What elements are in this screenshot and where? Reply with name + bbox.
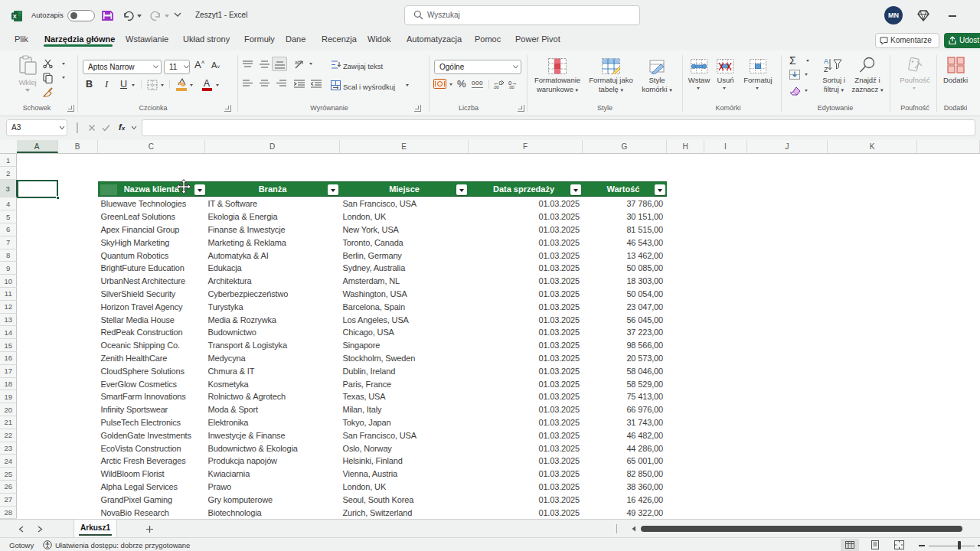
- svg-text:.00: .00: [493, 85, 499, 89]
- svg-text:A: A: [824, 57, 828, 65]
- svg-text:X: X: [13, 13, 18, 20]
- svg-text:ab: ab: [295, 60, 301, 65]
- svg-text:.00: .00: [508, 85, 514, 89]
- svg-text:Z: Z: [824, 66, 828, 73]
